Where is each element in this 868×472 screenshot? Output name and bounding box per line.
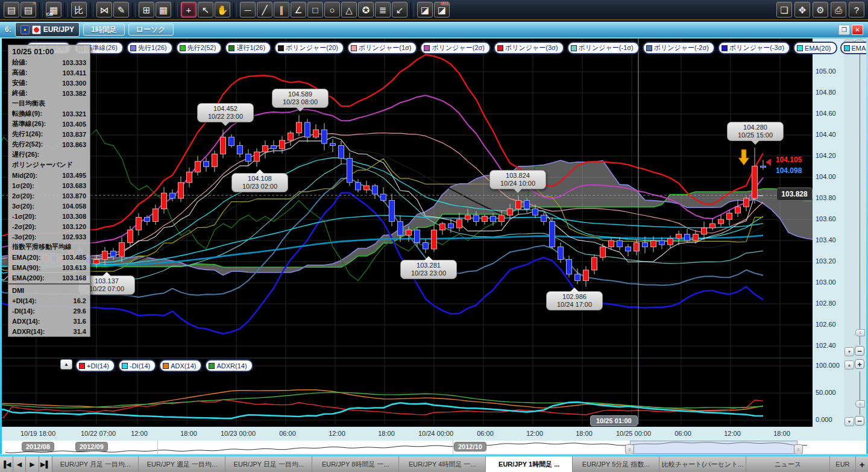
dmi-zoom-slider-grip[interactable]: ≡ — [855, 400, 865, 407]
ask-price-marker: 104.105 — [776, 156, 802, 164]
price-tick: 104.80 — [816, 89, 836, 96]
chart-tab-7[interactable]: 比較チャート(パーセント... — [659, 456, 746, 472]
fullscreen-button[interactable]: ✥ — [794, 2, 810, 17]
navigator-handle-left[interactable]: ≡ — [625, 444, 634, 455]
collapse-subchart-button[interactable]: ▲ — [60, 359, 72, 370]
add-chart-button[interactable]: ▤+ — [20, 2, 36, 17]
chart-tab-4[interactable]: EUR/JPY 4時間足 一... — [399, 456, 486, 472]
panel-row: 2σ(20):103.870 — [8, 190, 90, 201]
legend-chip[interactable]: ボリンジャー(2σ) — [420, 42, 491, 54]
close-window-button[interactable]: ✕ — [852, 25, 863, 35]
chart-tab-6[interactable]: EUR/JPY 5分足 指数... — [573, 456, 659, 472]
legend-chip[interactable]: -DI(14) — [118, 359, 156, 372]
panel-row: EMA(200):103.168 — [8, 272, 90, 283]
legend-chip[interactable]: ボリンジャー(1σ) — [347, 42, 418, 54]
panel-row: 3σ(20):104.058 — [8, 201, 90, 211]
calendar-button[interactable]: ▦Cal — [46, 2, 61, 17]
chart-tab-bar: ▐◀◀▶▶▌EUR/JPY 月足 一目均...EUR/JPY 週足 一目均...… — [0, 456, 868, 472]
ellipse-button[interactable]: ○ — [324, 2, 340, 17]
price-tick: 104.00 — [816, 173, 836, 180]
hand-button[interactable]: ✋ — [215, 2, 230, 17]
zoom-minus-button[interactable]: − — [855, 416, 864, 426]
compare-button[interactable]: 比 — [71, 2, 87, 17]
series-color-icon — [130, 45, 136, 51]
zoom-slider-grip[interactable]: ≡ — [855, 329, 865, 336]
pentagon-button[interactable]: ✪ — [358, 2, 374, 17]
navigator-selection[interactable] — [630, 441, 797, 454]
trend-line-button[interactable]: ╱ — [257, 2, 272, 17]
vertical-scrollbar[interactable]: ▲▼▲▼ — [844, 39, 854, 427]
legend-chip[interactable]: 先行2(52) — [176, 42, 222, 54]
arrow-line-button[interactable]: ↙ — [392, 2, 407, 17]
scroll-up-button[interactable]: ▲ — [844, 360, 854, 370]
panel-section-header: DMI — [8, 285, 90, 295]
time-tick: 06:00 — [279, 430, 296, 437]
eraser-button[interactable]: ◪ — [417, 2, 433, 17]
legend-chip[interactable]: +DI(14) — [75, 359, 115, 372]
restore-window-button[interactable]: ❐ — [838, 25, 850, 35]
series-color-icon — [228, 45, 234, 51]
chart-settings-button[interactable]: ⊞ — [139, 2, 154, 17]
legend-chip[interactable]: EMA(20) — [793, 42, 837, 54]
chart-tab-0[interactable]: EUR/JPY 月足 一目均... — [52, 456, 139, 472]
horizontal-line-button[interactable]: ─ — [240, 2, 256, 17]
scroll-down-button[interactable]: ▼ — [844, 417, 854, 426]
tab-nav-button-2[interactable]: ▶ — [26, 456, 39, 472]
save-button[interactable]: ▦ — [156, 2, 171, 17]
legend-chip[interactable]: 遅行1(26) — [225, 42, 271, 54]
legend-chip[interactable]: ADX(14) — [159, 359, 202, 372]
window-layout-button[interactable]: ❏ — [776, 2, 792, 17]
chart-window-titlebar[interactable]: 6: EUR/JPY 1時間足 ローソク ❐ ✕ — [0, 22, 868, 37]
draw-pencil-button[interactable]: ✎ — [113, 2, 129, 17]
zoom-minus-button[interactable]: − — [855, 346, 864, 356]
panel-datetime: 10/25 01:00 — [8, 45, 90, 57]
last-price-badge: 103.828 — [776, 187, 813, 201]
chart-tab-9[interactable]: EUR — [830, 456, 857, 472]
legend-chip[interactable]: 先行1(26) — [127, 42, 173, 54]
panel-section-header: 指数平滑移動平均線 — [8, 242, 90, 252]
triangle-button[interactable]: △ — [341, 2, 357, 17]
price-tick: 104.40 — [816, 131, 836, 138]
tab-nav-button-0[interactable]: ▐◀ — [0, 456, 13, 472]
series-color-icon — [722, 45, 728, 51]
print-button[interactable]: ⎙ — [831, 2, 846, 17]
angle-line-button[interactable]: ∠ — [291, 2, 306, 17]
chart-tab-5[interactable]: EUR/JPY 1時間足 ... — [486, 456, 573, 472]
pointer-button[interactable]: ↖ — [198, 2, 213, 17]
tab-nav-button-3[interactable]: ▶▌ — [39, 456, 52, 472]
add-tab-button[interactable]: + — [856, 456, 868, 472]
timeframe-button[interactable]: 1時間足 — [83, 24, 125, 36]
vertical-zoom-column[interactable]: +−+−≡≡ — [854, 39, 866, 427]
help-button[interactable]: ? — [849, 2, 864, 17]
chart-tab-3[interactable]: EUR/JPY 8時間足 一... — [312, 456, 399, 472]
legend-chip[interactable]: ボリンジャー(-2σ) — [643, 42, 715, 54]
window-index-label: 6: — [5, 25, 11, 34]
quote-board-button[interactable]: ▤ — [4, 2, 19, 17]
legend-chip[interactable]: ボリンジャー(20) — [274, 42, 344, 54]
price-axis-pane: 105.20105.00104.80104.60104.40104.20104.… — [813, 39, 844, 427]
navigator-handle-right[interactable]: ≡ — [794, 444, 803, 455]
rectangle-button[interactable]: □ — [307, 2, 323, 17]
range-navigator[interactable]: 2012/082012/092012/10≡≡ — [2, 441, 866, 454]
legend-chip[interactable]: EMA(90) — [840, 42, 868, 54]
legend-chip[interactable]: ボリンジャー(-1σ) — [567, 42, 640, 54]
parallel-lines-button[interactable]: ∥ — [274, 2, 289, 17]
currency-pair-box[interactable]: EUR/JPY — [15, 22, 80, 37]
eraser-all-button[interactable]: ◪ALL — [434, 2, 450, 17]
chart-tab-8[interactable]: ニュース — [746, 456, 830, 472]
scroll-down-button[interactable]: ▼ — [844, 347, 854, 356]
settings-gear-button[interactable]: ⚙ — [813, 2, 828, 17]
time-tick: 18:00 — [773, 430, 790, 437]
chart-type-button[interactable]: ローソク — [128, 24, 174, 36]
tab-nav-button-1[interactable]: ◀ — [13, 456, 27, 472]
zoom-plus-button[interactable]: + — [855, 359, 864, 369]
price-tick: 103.80 — [816, 194, 836, 201]
fibonacci-lines-button[interactable]: ≣ — [375, 2, 391, 17]
technical-analysis-button[interactable]: ⋈ — [96, 2, 112, 17]
legend-chip[interactable]: ボリンジャー(-3σ) — [718, 42, 790, 54]
chart-tab-1[interactable]: EUR/JPY 週足 一目均... — [139, 456, 225, 472]
crosshair-button[interactable]: + — [181, 2, 197, 17]
legend-chip[interactable]: ボリンジャー(3σ) — [494, 42, 564, 54]
legend-chip[interactable]: ADXR(14) — [205, 359, 253, 372]
chart-tab-2[interactable]: EUR/JPY 日足 一目均... — [225, 456, 312, 472]
